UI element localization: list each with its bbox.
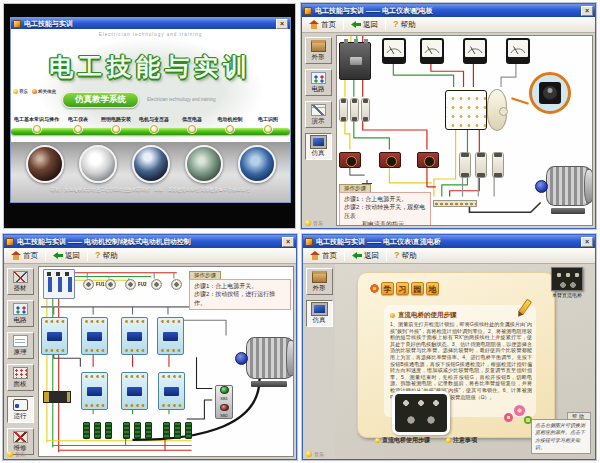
circuit-breaker[interactable] — [339, 42, 371, 80]
screw-fuse — [171, 279, 182, 290]
sidebar-demo-button[interactable]: 演示 — [305, 101, 332, 128]
circuit-breaker[interactable] — [43, 269, 75, 299]
pushbutton-station: SB1 SB2 — [215, 385, 233, 419]
sidebar-simulation-button[interactable]: 仿真 — [305, 133, 332, 160]
menu-item-lighting[interactable]: 照明电路安装 — [97, 116, 135, 133]
window-title: 电工技能与实训 —— 电动机控制\绕线式电动机启动控制 — [17, 237, 191, 247]
back-button[interactable]: 返回 — [349, 250, 382, 262]
current-transformer — [339, 152, 361, 168]
menu-item-basics[interactable]: 电工基本常识与操作 — [14, 116, 59, 133]
sidebar: 器材 电路 原理 面板 运行 维修 — [4, 264, 36, 459]
knife-switch[interactable] — [43, 391, 71, 403]
help-button[interactable]: ?帮助 — [391, 250, 420, 262]
motor-shaft-hub — [235, 352, 248, 365]
fuse-label-fu2: FU2 — [138, 282, 147, 287]
close-button[interactable]: × — [581, 6, 593, 16]
music-button[interactable]: 音乐 — [306, 451, 324, 457]
titlebar: 电工技能与实训 —— 电动机控制\绕线式电动机启动控制 × — [4, 235, 296, 248]
help-icon: ? — [393, 20, 399, 29]
electric-motor — [235, 337, 294, 387]
rotary-changeover-switch[interactable] — [445, 88, 507, 132]
window-body: 外形 仿真 学 习 园 地 直流电桥的使用步骤 — [303, 264, 595, 459]
bridge-page-screenshot: 电工技能与实训 —— 电工仪表\直流电桥 × 首页 返回 ?帮助 外形 仿真 学… — [301, 233, 597, 461]
sidebar-equipment-button[interactable]: 器材 — [7, 268, 34, 295]
help-button[interactable]: ?帮助 — [92, 250, 121, 262]
back-button[interactable]: 返回 — [348, 19, 381, 31]
motor-endcap — [286, 340, 294, 376]
menu-item-machines[interactable]: 电机与变压器 — [135, 116, 173, 133]
info-icon — [32, 89, 37, 94]
close-button[interactable]: × — [282, 237, 294, 247]
voltmeter — [463, 38, 487, 64]
sidebar-run-button[interactable]: 运行 — [7, 396, 34, 423]
sidebar-appearance-button[interactable]: 外形 — [305, 37, 332, 64]
titlebar: 电工技能与实训 —— 电工仪表\配电板 × — [302, 4, 595, 17]
credits-footer: 研制：大连海事大学信息工程学院信息技术研究所 出版：高等教育出版社 高等教育电子… — [11, 187, 290, 192]
steps-tab: 操作步骤 — [339, 184, 371, 192]
bottom-links: 直流电桥使用步骤 注意事项 — [375, 436, 477, 445]
toolbar: 首页 返回 ?帮助 — [302, 17, 595, 33]
back-arrow-icon — [53, 251, 63, 260]
music-button[interactable]: 音乐 — [7, 451, 25, 457]
window-body: 外形 电路 演示 仿真 — [302, 33, 595, 228]
back-button[interactable]: 返回 — [50, 250, 83, 262]
sidebar-principle-button[interactable]: 原理 — [7, 332, 34, 359]
bullet-icon — [446, 438, 451, 443]
fuse — [361, 98, 370, 122]
starting-resistor — [134, 422, 141, 439]
starting-resistor — [185, 422, 192, 439]
contactor — [121, 317, 148, 355]
menu-item-motorcontrol[interactable]: 电动机控制 — [211, 116, 249, 133]
home-button[interactable]: 首页 — [306, 19, 339, 31]
radio-icon — [150, 125, 158, 133]
sidebar-simulation-button[interactable]: 仿真 — [306, 300, 333, 327]
start-button[interactable] — [220, 386, 229, 394]
operation-steps-note: 操作步骤 步骤1：合上电源开关。 步骤2：按动转换开关，观察电压表 和电流表的指… — [339, 184, 431, 226]
motor-base — [251, 381, 287, 387]
sidebar-circuit-button[interactable]: 电路 — [7, 300, 34, 327]
bullet-icon — [375, 438, 380, 443]
help-button[interactable]: ?帮助 — [390, 19, 419, 31]
switch-body — [445, 90, 487, 130]
close-button[interactable]: × — [581, 237, 593, 247]
titlebar: 电工技能与实训 —— 电工仪表\直流电桥 × — [303, 235, 595, 248]
screw-fuse — [105, 279, 116, 290]
radio-icon — [33, 125, 41, 133]
music-button[interactable]: 音乐 — [305, 220, 323, 226]
menu-item-diagrams[interactable]: 电工识图 — [249, 116, 287, 133]
sidebar-circuit-button[interactable]: 电路 — [305, 69, 332, 96]
fuse-label-fu1: FU1 — [96, 282, 105, 287]
music-icon — [305, 220, 311, 226]
menu-item-instruments[interactable]: 电工仪表 — [59, 116, 97, 133]
home-button[interactable]: 首页 — [307, 250, 340, 262]
fuse-link — [459, 152, 471, 178]
music-button[interactable]: 音乐 — [13, 89, 28, 94]
info-button[interactable]: 相关信息 — [32, 89, 56, 94]
section-title: 直流电桥的使用步骤 — [398, 311, 457, 320]
toolbar-separator — [45, 250, 46, 261]
contactor — [157, 317, 184, 355]
back-arrow-icon — [351, 20, 361, 29]
link-usage-steps[interactable]: 直流电桥使用步骤 — [375, 436, 430, 445]
link-precautions[interactable]: 注意事项 — [446, 436, 477, 445]
sidebar-panel-button[interactable]: 面板 — [7, 364, 34, 391]
home-icon — [310, 251, 320, 260]
device-thumbnail[interactable] — [551, 267, 583, 291]
learning-page: 学 习 园 地 直流电桥的使用步骤 1、测量前先打开检流计锁扣，即将G接线柱处的… — [335, 264, 595, 459]
window-body: 器材 电路 原理 面板 运行 维修 — [4, 264, 296, 459]
splash-window: 电工技能与实训 × Electrician technology and tra… — [10, 17, 291, 203]
help-note-tab: 帮助 — [567, 412, 591, 419]
simulation-panel: FU1 FU2 S — [38, 266, 294, 457]
subtitle-row: 仿真教学系统 Electrician technology and traini… — [11, 92, 290, 108]
sidebar-appearance-button[interactable]: 外形 — [306, 268, 333, 295]
toolbar-separator — [344, 250, 345, 261]
motor-sim-screenshot: 电工技能与实训 —— 电动机控制\绕线式电动机启动控制 × 首页 返回 ?帮助 … — [2, 233, 298, 461]
radio-icon — [188, 125, 196, 133]
menu-item-lowvoltage[interactable]: 低压电器 — [173, 116, 211, 133]
home-button[interactable]: 首页 — [8, 250, 41, 262]
photo-band — [11, 142, 290, 202]
close-button[interactable]: × — [276, 19, 288, 29]
help-icon: ? — [394, 251, 400, 260]
motor-icon — [13, 399, 28, 411]
stop-button[interactable] — [220, 404, 229, 412]
